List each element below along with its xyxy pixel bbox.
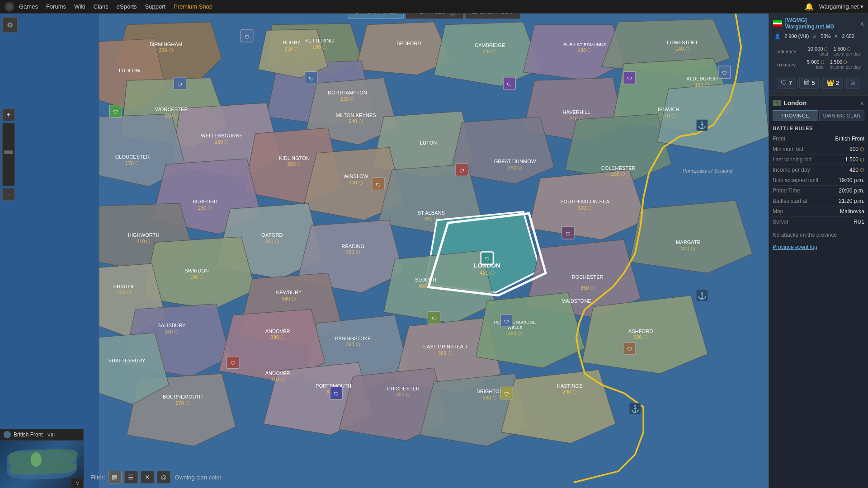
min-bid-amount: 900: [849, 146, 859, 152]
settings-button[interactable]: ⚙: [2, 17, 18, 33]
zoom-out-button[interactable]: −: [2, 188, 15, 201]
svg-text:BOURNEMOUTH: BOURNEMOUTH: [163, 394, 203, 399]
user-account-menu[interactable]: Wargaming.net ▾: [819, 3, 863, 10]
svg-text:🛡: 🛡: [722, 70, 727, 76]
nav-clans[interactable]: Clans: [94, 3, 108, 10]
svg-text:390 ⬡: 390 ⬡: [270, 334, 285, 340]
svg-text:ASHFORD: ASHFORD: [628, 328, 653, 334]
svg-text:🛡: 🛡: [309, 76, 314, 81]
filter-owning-color-button[interactable]: ▦: [108, 471, 122, 483]
emblem-item-4: ⚔: [846, 77, 860, 89]
svg-text:BEDFORD: BEDFORD: [396, 41, 421, 46]
svg-text:READING: READING: [342, 244, 365, 249]
svg-text:BURY ST EDMUNDS: BURY ST EDMUNDS: [563, 42, 606, 47]
panel-collapse-button[interactable]: ∧: [860, 20, 864, 27]
front-label: Front: [773, 136, 785, 142]
svg-text:SHAFTESBURY: SHAFTESBURY: [108, 358, 146, 363]
battles-start-label: Battles start at: [773, 198, 807, 204]
svg-text:ALDEBURGH: ALDEBURGH: [686, 76, 717, 81]
province-tab-province[interactable]: PROVINCE: [773, 110, 818, 121]
filter-bar: Filter: ▦ ☰ ✕ ◎ Owning clan color: [90, 471, 222, 483]
svg-text:380 ⬡: 380 ⬡: [346, 249, 360, 255]
svg-text:370 ⬡: 370 ⬡: [578, 205, 592, 211]
player-header: [WGMG] Wargaming.net.MG ∧: [773, 17, 864, 30]
min-bid-coin-icon: ⬡: [860, 146, 864, 152]
player-battles: 2 650: [842, 33, 854, 39]
minimap-roman: VIII: [47, 432, 55, 437]
top-navigation: Games Forums Wiki Clans eSports Support …: [0, 0, 868, 14]
nav-esports[interactable]: eSports: [117, 3, 137, 10]
zoom-controls: + −: [2, 108, 15, 201]
svg-text:170 ⬡: 170 ⬡: [125, 160, 140, 166]
player-name: [WGMG] Wargaming.net.MG: [785, 17, 857, 30]
prime-time-value: 20:00 p.m.: [839, 188, 864, 194]
svg-text:390 ⬡: 390 ⬡: [424, 216, 439, 221]
emblem-item-2: 🏛 5: [799, 77, 819, 89]
zoom-slider-thumb[interactable]: [4, 150, 13, 154]
svg-text:KETTERING: KETTERING: [305, 38, 334, 43]
filter-crosshair-button[interactable]: ✕: [141, 471, 154, 483]
bids-until-label: Bids accepted until: [773, 177, 818, 183]
svg-text:GREAT DUNMOW: GREAT DUNMOW: [494, 159, 536, 164]
province-event-log-link[interactable]: Province event log: [773, 244, 817, 250]
income-label: Income per day: [773, 167, 810, 173]
svg-text:380 ⬡: 380 ⬡: [508, 331, 522, 336]
income-info-row: Income per day 420 ⬡: [773, 165, 864, 175]
svg-text:ST ALBANS: ST ALBANS: [418, 210, 445, 216]
province-name-label: London: [783, 99, 807, 107]
svg-text:240 ⬡: 240 ⬡: [569, 116, 584, 121]
svg-text:🛡: 🛡: [113, 109, 118, 115]
svg-text:ANDOVER: ANDOVER: [265, 371, 290, 376]
svg-text:BURFORD: BURFORD: [193, 199, 217, 204]
battles-start-value: 21:20 p.m.: [839, 198, 864, 204]
notification-bell-icon[interactable]: 🔔: [805, 2, 814, 11]
filter-target-button[interactable]: ◎: [157, 471, 170, 483]
svg-text:300 ⬡: 300 ⬡: [681, 246, 695, 251]
wg-logo-icon[interactable]: [5, 2, 14, 12]
nav-wiki[interactable]: Wiki: [74, 3, 85, 10]
province-tab-owning-clan[interactable]: OWNING CLAN: [819, 110, 865, 121]
nav-games[interactable]: Games: [19, 3, 38, 10]
no-attacks-text: No attacks on the province: [773, 232, 864, 238]
svg-text:270 ⬡: 270 ⬡: [175, 400, 190, 406]
province-panel-collapse-button[interactable]: ∧: [860, 99, 864, 107]
server-label: Server: [773, 219, 788, 225]
svg-text:🛡: 🛡: [177, 82, 182, 87]
minimap-title: British Front: [14, 432, 43, 438]
filter-layers-button[interactable]: ☰: [124, 471, 138, 483]
svg-text:🛡: 🛡: [507, 82, 512, 87]
svg-text:SLOUGH: SLOUGH: [415, 277, 436, 282]
zoom-in-button[interactable]: +: [2, 108, 15, 121]
nav-premium-shop[interactable]: Premium Shop: [174, 3, 212, 10]
svg-text:NEWBURY: NEWBURY: [276, 290, 302, 295]
player-level-icon: 👤: [774, 33, 781, 39]
svg-text:210 ⬡: 210 ⬡: [137, 239, 151, 244]
svg-text:350 ⬡: 350 ⬡: [580, 285, 595, 291]
svg-text:290 ⬡: 290 ⬡: [265, 239, 279, 244]
svg-text:🛡: 🛡: [627, 76, 632, 81]
svg-text:🛡: 🛡: [231, 361, 236, 366]
svg-text:390 ⬡: 390 ⬡: [346, 342, 360, 347]
emblem-value-3: 2: [836, 80, 839, 86]
svg-text:290 ⬡: 290 ⬡: [508, 165, 522, 170]
svg-text:WINSLOW: WINSLOW: [344, 174, 368, 179]
last-bid-info-row: Last winning bid 1 500 ⬡: [773, 155, 864, 165]
treasury-row: Treasury 5 000 ⬡ total 1 500 ⬡: [776, 58, 861, 71]
treasury-rate: 1 500: [830, 59, 843, 65]
svg-text:RUGBY: RUGBY: [283, 40, 301, 45]
nav-forums[interactable]: Forums: [46, 3, 66, 10]
minimap-collapse-button[interactable]: ∨: [71, 478, 84, 488]
filter-label: Filter:: [90, 474, 105, 481]
filter-owning-color-label: Owning clan color: [175, 474, 222, 481]
nav-support[interactable]: Support: [145, 3, 166, 10]
anchor-icon-1: ⚓: [697, 120, 708, 131]
svg-text:🛡: 🛡: [459, 168, 464, 174]
minimap-container: British Front VIII ∨: [0, 429, 84, 488]
svg-marker-11: [258, 29, 328, 78]
zoom-slider-track: [2, 123, 15, 186]
emblem-item-1: 🛡 7: [777, 77, 796, 89]
map-info-row: Map Malinovka: [773, 206, 864, 217]
last-bid-coin-icon: ⬡: [860, 157, 864, 163]
influence-label: Influence: [776, 49, 797, 54]
svg-text:BIRMINGHAM: BIRMINGHAM: [150, 42, 182, 47]
